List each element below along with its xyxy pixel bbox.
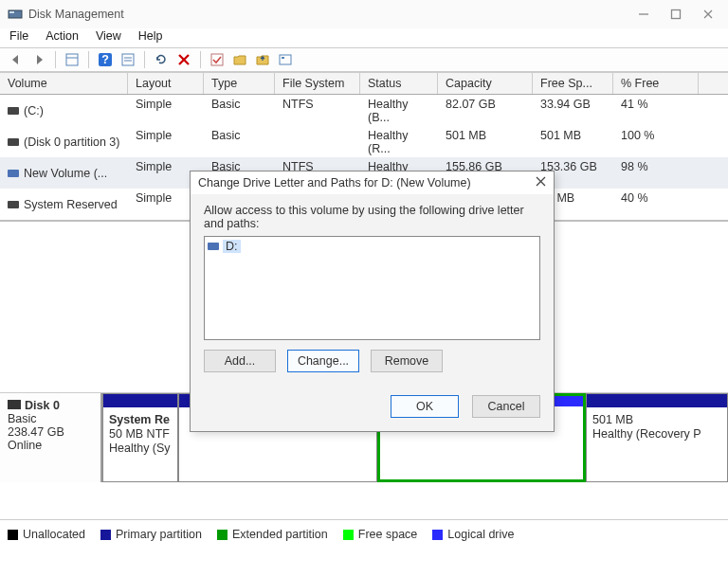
dialog-title: Change Drive Letter and Paths for D: (Ne…: [198, 176, 536, 189]
list-item-label: D:: [223, 240, 241, 253]
drive-icon: [8, 170, 19, 177]
partition-status: Healthy (Sy: [109, 442, 171, 455]
list-item[interactable]: D:: [208, 240, 537, 253]
legend-label: Primary partition: [116, 528, 202, 541]
drive-icon: [8, 201, 19, 208]
swatch-free: [343, 530, 354, 540]
dialog-message: Allow access to this volume by using the…: [204, 204, 540, 230]
table-row[interactable]: (C:) Simple Basic NTFS Healthy (B... 82.…: [0, 95, 728, 126]
cell-name: (C:): [24, 104, 44, 117]
svg-rect-1: [9, 11, 14, 13]
disk-state: Online: [8, 439, 93, 452]
disk-size: 238.47 GB: [8, 425, 93, 439]
toolbar: ?: [0, 47, 728, 72]
legend-label: Logical drive: [447, 528, 514, 541]
col-capacity[interactable]: Capacity: [438, 73, 533, 94]
title-bar: Disk Management: [0, 0, 728, 28]
menu-help[interactable]: Help: [138, 29, 163, 47]
table-header: Volume Layout Type File System Status Ca…: [0, 72, 728, 95]
svg-rect-3: [672, 10, 681, 19]
legend-label: Extended partition: [232, 528, 328, 541]
cell: 100 %: [613, 127, 699, 156]
disk-info-panel[interactable]: Disk 0 Basic 238.47 GB Online: [0, 393, 102, 482]
cell: NTFS: [275, 96, 360, 125]
dialog-titlebar: Change Drive Letter and Paths for D: (Ne…: [191, 171, 554, 194]
partition-size: 501 MB: [592, 413, 633, 426]
drive-letter-listbox[interactable]: D:: [204, 236, 540, 340]
col-volume[interactable]: Volume: [0, 73, 128, 94]
cancel-button[interactable]: Cancel: [472, 395, 540, 418]
col-pfree[interactable]: % Free: [613, 73, 699, 94]
legend-label: Unallocated: [23, 528, 85, 541]
close-button[interactable]: [701, 8, 715, 21]
col-layout[interactable]: Layout: [128, 73, 204, 94]
folder-up-icon[interactable]: [254, 51, 271, 68]
cell: Basic: [204, 96, 275, 125]
swatch-logical: [432, 530, 443, 540]
ok-button[interactable]: OK: [391, 395, 459, 418]
col-type[interactable]: Type: [204, 73, 275, 94]
dialog-close-icon[interactable]: [536, 176, 546, 189]
cell: [275, 127, 360, 156]
partition-size: 50 MB NTF: [109, 427, 170, 441]
cell: 501 MB: [533, 127, 613, 156]
cell-name: (Disk 0 partition 3): [24, 135, 119, 149]
table-row[interactable]: (Disk 0 partition 3) Simple Basic Health…: [0, 126, 728, 157]
dialog-change-drive-letter: Change Drive Letter and Paths for D: (Ne…: [190, 171, 555, 432]
svg-text:?: ?: [101, 53, 109, 66]
swatch-primary: [100, 530, 111, 540]
change-button[interactable]: Change...: [287, 350, 359, 372]
cell: 40 %: [613, 189, 699, 219]
cell: Healthy (R...: [360, 127, 438, 156]
svg-rect-16: [280, 55, 291, 64]
disk-icon: [8, 400, 21, 409]
cell: Basic: [204, 127, 275, 156]
swatch-unalloc: [8, 530, 18, 540]
partition-label: System Re: [109, 413, 170, 426]
window-title: Disk Management: [28, 8, 637, 21]
menu-file[interactable]: File: [9, 29, 28, 47]
add-button[interactable]: Add...: [204, 350, 276, 372]
app-icon: [8, 7, 23, 22]
cell-name: System Reserved: [24, 198, 118, 211]
drive-icon: [8, 107, 19, 115]
delete-icon[interactable]: [175, 51, 192, 68]
svg-rect-15: [211, 54, 223, 65]
svg-rect-6: [66, 54, 78, 65]
disk-type: Basic: [8, 412, 93, 425]
help-icon[interactable]: ?: [97, 51, 114, 68]
col-free[interactable]: Free Sp...: [533, 73, 613, 94]
partition-recovery[interactable]: 501 MB Healthy (Recovery P: [586, 393, 728, 482]
refresh-icon[interactable]: [153, 51, 170, 68]
cell: 33.94 GB: [533, 96, 613, 125]
col-filesystem[interactable]: File System: [275, 73, 360, 94]
cell-name: New Volume (...: [24, 167, 107, 180]
cell: Simple: [128, 96, 204, 125]
minimize-button[interactable]: [637, 8, 650, 21]
cell: Healthy (B...: [360, 96, 438, 125]
folder-icon[interactable]: [231, 51, 248, 68]
partition-system[interactable]: System Re 50 MB NTF Healthy (Sy: [102, 393, 178, 482]
drive-icon: [8, 138, 19, 146]
back-icon[interactable]: [8, 51, 25, 68]
menu-action[interactable]: Action: [46, 29, 79, 47]
cell: 41 %: [613, 96, 699, 125]
check-icon[interactable]: [209, 51, 226, 68]
cell: Simple: [128, 127, 204, 156]
svg-rect-17: [282, 57, 284, 59]
cell: 501 MB: [438, 127, 533, 156]
remove-button[interactable]: Remove: [371, 350, 443, 372]
properties-icon[interactable]: [277, 51, 294, 68]
col-status[interactable]: Status: [360, 73, 438, 94]
cell: 82.07 GB: [438, 96, 533, 125]
list-icon[interactable]: [119, 51, 136, 68]
partition-status: Healthy (Recovery P: [592, 427, 701, 441]
forward-icon[interactable]: [30, 51, 47, 68]
maximize-button[interactable]: [669, 8, 682, 21]
drive-icon: [208, 243, 219, 250]
view-icon[interactable]: [64, 51, 81, 68]
disk-name: Disk 0: [25, 399, 60, 412]
menu-view[interactable]: View: [96, 29, 121, 47]
svg-rect-10: [122, 54, 134, 65]
legend: Unallocated Primary partition Extended p…: [0, 519, 728, 549]
